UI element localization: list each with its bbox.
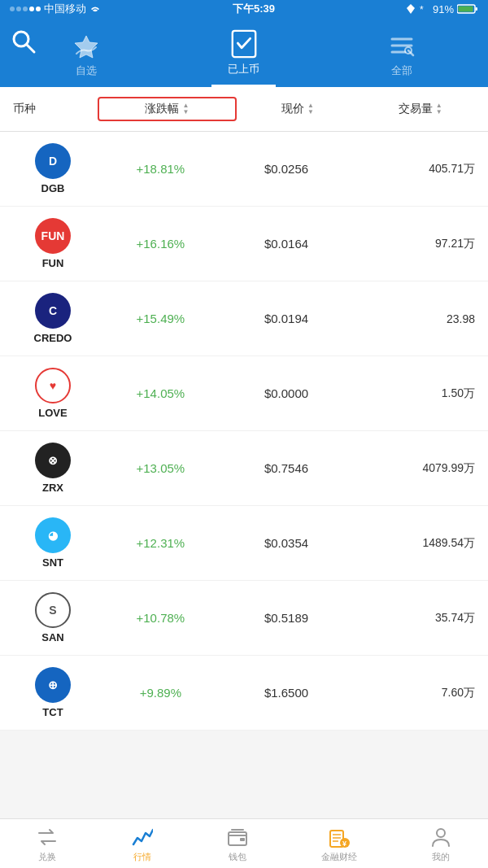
coin-price-love: $0.0000 [224, 386, 350, 400]
bottom-tab-mine[interactable]: 我的 [429, 826, 452, 863]
market-label: 行情 [133, 851, 151, 863]
coin-info-fun: FUN FUN [0, 218, 98, 269]
coin-price-zrx: $0.7546 [224, 461, 350, 475]
coin-row-tct[interactable]: ⊕ TCT +9.89% $1.6500 7.60万 [0, 656, 488, 731]
coin-change-dgb: +18.81% [98, 162, 224, 176]
tab-all[interactable]: 全部 [371, 26, 433, 86]
coin-info-dgb: D DGB [0, 143, 98, 194]
col-price-header[interactable]: 现价 ▲▼ [237, 102, 359, 116]
coin-symbol-tct: TCT [42, 706, 63, 718]
mine-icon [429, 826, 452, 848]
coin-price-credo: $0.0194 [224, 312, 350, 325]
carrier-label: 中国移动 [44, 2, 86, 16]
nav-tabs: 自选 已上币 [0, 24, 488, 87]
svg-line-6 [27, 45, 34, 52]
coin-row-san[interactable]: S SAN +10.78% $0.5189 35.74万 [0, 581, 488, 656]
sort-volume-arrows: ▲▼ [436, 103, 442, 116]
coin-change-snt: +12.31% [98, 536, 224, 550]
coin-logo-snt: ◕ [35, 517, 71, 553]
coin-list: D DGB +18.81% $0.0256 405.71万 FUN FUN +1… [0, 132, 488, 731]
svg-marker-0 [407, 4, 415, 14]
coin-volume-credo: 23.98 [349, 312, 488, 325]
table-header: 币种 涨跌幅 ▲▼ 现价 ▲▼ 交易量 ▲▼ [0, 87, 488, 132]
coin-volume-tct: 7.60万 [349, 686, 488, 700]
coin-volume-san: 35.74万 [349, 611, 488, 626]
tab-listed-label: 已上币 [228, 62, 259, 76]
bottom-tab-wallet[interactable]: 钱包 [226, 826, 249, 863]
coin-logo-love: ♥ [35, 368, 71, 403]
svg-rect-4 [459, 7, 473, 12]
tab-all-label: 全部 [391, 63, 412, 78]
coin-symbol-credo: CREDO [34, 332, 72, 344]
coin-volume-snt: 1489.54万 [349, 536, 488, 551]
coin-volume-love: 1.50万 [349, 386, 488, 401]
coin-change-love: +14.05% [98, 386, 224, 400]
status-time: 下午5:39 [233, 2, 275, 16]
coin-info-zrx: ⊗ ZRX [0, 443, 98, 494]
status-left: 中国移动 [10, 2, 101, 16]
coin-symbol-snt: SNT [42, 556, 63, 569]
coin-row-zrx[interactable]: ⊗ ZRX +13.05% $0.7546 4079.99万 [0, 431, 488, 506]
bottom-bar: 兑换 行情 钱包 ¥ [0, 818, 488, 868]
col-coin-header: 币种 [0, 102, 98, 116]
market-icon [131, 826, 154, 848]
coin-price-tct: $1.6500 [224, 686, 350, 700]
location-icon [407, 4, 415, 14]
coin-change-san: +10.78% [98, 611, 224, 625]
coin-change-credo: +15.49% [98, 312, 224, 325]
coin-change-tct: +9.89% [98, 686, 224, 700]
svg-rect-3 [476, 7, 478, 11]
tab-listed[interactable]: 已上币 [211, 24, 276, 87]
exchange-label: 兑换 [38, 851, 56, 863]
coin-symbol-zrx: ZRX [42, 482, 63, 494]
coin-logo-zrx: ⊗ [35, 443, 71, 478]
svg-marker-7 [75, 36, 98, 58]
search-button[interactable] [10, 28, 37, 55]
battery-icon [457, 4, 478, 14]
coin-info-credo: C CREDO [0, 293, 98, 344]
coin-row-fun[interactable]: FUN FUN +16.16% $0.0164 97.21万 [0, 207, 488, 281]
col-change-header[interactable]: 涨跌幅 ▲▼ [98, 97, 237, 121]
svg-text:*: * [420, 4, 424, 14]
svg-rect-14 [240, 838, 245, 841]
coin-logo-credo: C [35, 293, 71, 329]
coin-row-love[interactable]: ♥ LOVE +14.05% $0.0000 1.50万 [0, 356, 488, 431]
battery-label: 91% [433, 3, 454, 15]
coin-info-tct: ⊕ TCT [0, 667, 98, 718]
coin-price-san: $0.5189 [224, 611, 350, 625]
bottom-tab-finance[interactable]: ¥ 金融财经 [321, 826, 357, 863]
col-volume-header[interactable]: 交易量 ▲▼ [359, 102, 488, 116]
coin-symbol-san: SAN [41, 631, 63, 643]
coin-row-snt[interactable]: ◕ SNT +12.31% $0.0354 1489.54万 [0, 506, 488, 581]
sort-price-arrows: ▲▼ [307, 103, 314, 116]
bottom-tab-market[interactable]: 行情 [131, 826, 154, 863]
signal-dots [10, 7, 41, 11]
coin-logo-dgb: D [35, 143, 71, 179]
all-icon [387, 31, 416, 60]
status-bar: 中国移动 下午5:39 * 91% [0, 0, 488, 18]
coin-change-zrx: +13.05% [98, 461, 224, 475]
svg-text:¥: ¥ [342, 840, 346, 848]
coin-change-fun: +16.16% [98, 237, 224, 251]
coin-info-love: ♥ LOVE [0, 368, 98, 419]
coin-row-dgb[interactable]: D DGB +18.81% $0.0256 405.71万 [0, 132, 488, 207]
coin-price-dgb: $0.0256 [224, 162, 350, 176]
coin-symbol-love: LOVE [38, 407, 67, 419]
exchange-icon [36, 826, 59, 848]
coin-symbol-fun: FUN [42, 257, 64, 269]
wifi-icon [89, 4, 101, 14]
tab-watchlist[interactable]: 自选 [55, 26, 117, 86]
coin-symbol-dgb: DGB [41, 182, 65, 194]
listed-icon [229, 29, 259, 59]
wallet-icon [226, 826, 249, 848]
tab-watchlist-label: 自选 [76, 63, 97, 78]
coin-price-fun: $0.0164 [224, 237, 350, 251]
bluetooth-icon: * [418, 4, 429, 14]
coin-logo-fun: FUN [35, 218, 71, 254]
coin-row-credo[interactable]: C CREDO +15.49% $0.0194 23.98 [0, 281, 488, 356]
coin-volume-fun: 97.21万 [349, 237, 488, 251]
watchlist-icon [72, 31, 101, 60]
coin-info-snt: ◕ SNT [0, 517, 98, 569]
bottom-tab-exchange[interactable]: 兑换 [36, 826, 59, 863]
coin-volume-dgb: 405.71万 [349, 162, 488, 177]
